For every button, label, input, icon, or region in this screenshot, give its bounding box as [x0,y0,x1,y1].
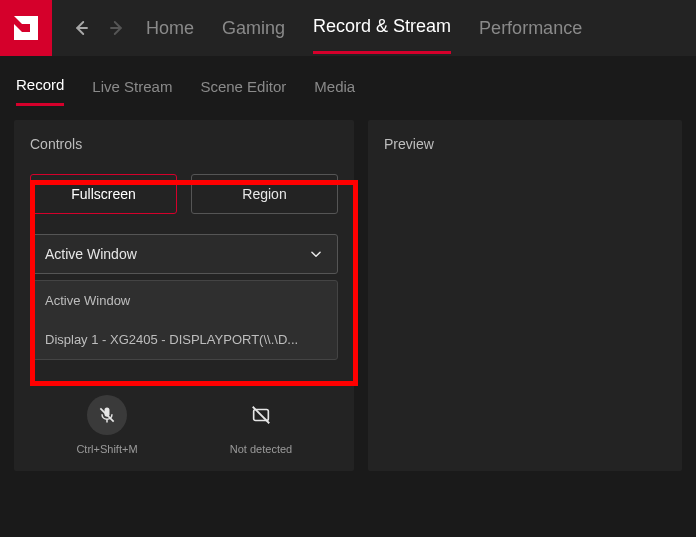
chevron-down-icon [309,247,323,261]
camera-device: Camera Not detected [184,372,338,455]
source-dropdown-toggle[interactable]: Active Window [30,234,338,274]
topnav-gaming[interactable]: Gaming [222,4,285,53]
subnav-record[interactable]: Record [16,66,64,106]
subnav-media[interactable]: Media [314,68,355,105]
capture-mode-buttons: Fullscreen Region [30,174,338,214]
devices-row: Microphone Ctrl+Shift+M Camera [30,372,338,455]
topnav-home[interactable]: Home [146,4,194,53]
preview-panel: Preview [368,120,682,471]
source-option-display-1[interactable]: Display 1 - XG2405 - DISPLAYPORT(\\.\D..… [31,320,337,359]
controls-panel: Controls Fullscreen Region Active Window… [14,120,354,471]
subnav-live-stream[interactable]: Live Stream [92,68,172,105]
main-area: Controls Fullscreen Region Active Window… [0,106,696,485]
controls-title: Controls [30,136,338,152]
top-nav: Home Gaming Record & Stream Performance [146,2,582,54]
back-button[interactable] [72,19,90,37]
subnav-scene-editor[interactable]: Scene Editor [200,68,286,105]
topnav-performance[interactable]: Performance [479,4,582,53]
amd-logo[interactable] [0,0,52,56]
microphone-device: Microphone Ctrl+Shift+M [30,372,184,455]
arrow-right-icon [108,19,126,37]
microphone-toggle-button[interactable] [87,395,127,435]
arrow-left-icon [72,19,90,37]
microphone-shortcut: Ctrl+Shift+M [76,443,137,455]
camera-status: Not detected [230,443,292,455]
topnav-record-stream[interactable]: Record & Stream [313,2,451,54]
camera-icon-wrap [241,395,281,435]
forward-button[interactable] [108,19,126,37]
amd-logo-icon [12,14,40,42]
fullscreen-button[interactable]: Fullscreen [30,174,177,214]
source-option-active-window[interactable]: Active Window [31,281,337,320]
sub-nav: Record Live Stream Scene Editor Media [0,56,696,106]
nav-arrows [52,19,146,37]
source-dropdown-menu: Active Window Display 1 - XG2405 - DISPL… [30,280,338,360]
microphone-muted-icon [97,405,117,425]
source-dropdown: Active Window Active Window Display 1 - … [30,234,338,360]
top-bar: Home Gaming Record & Stream Performance [0,0,696,56]
camera-off-icon [250,404,272,426]
preview-title: Preview [384,136,666,152]
region-button[interactable]: Region [191,174,338,214]
source-dropdown-selected: Active Window [45,246,137,262]
